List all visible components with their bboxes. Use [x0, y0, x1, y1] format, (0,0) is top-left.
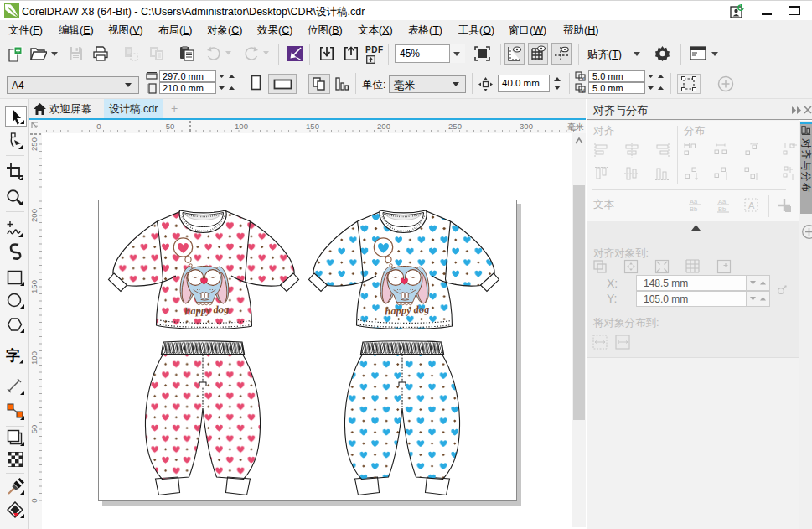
- svg-text:200: 200: [29, 209, 39, 222]
- svg-text:Bb: Bb: [718, 205, 726, 213]
- svg-text:100: 100: [29, 351, 39, 365]
- svg-text:250: 250: [29, 137, 39, 151]
- svg-text:happy dog: happy dog: [385, 303, 430, 318]
- svg-text:A: A: [748, 200, 755, 210]
- svg-text:Bb: Bb: [690, 205, 697, 213]
- svg-text:300: 300: [520, 122, 533, 131]
- svg-text:100: 100: [235, 122, 248, 131]
- svg-text:50: 50: [166, 122, 175, 131]
- svg-text:200: 200: [377, 122, 390, 131]
- svg-text:0: 0: [29, 498, 39, 502]
- svg-text:150: 150: [29, 280, 39, 293]
- svg-text:50: 50: [29, 425, 39, 434]
- svg-text:250: 250: [448, 122, 462, 131]
- svg-text:0: 0: [96, 122, 101, 131]
- svg-text:happy dog: happy dog: [184, 303, 230, 318]
- svg-text:毫米: 毫米: [567, 122, 584, 132]
- svg-text:对齐与分布: 对齐与分布: [800, 138, 812, 194]
- svg-text:150: 150: [306, 122, 319, 131]
